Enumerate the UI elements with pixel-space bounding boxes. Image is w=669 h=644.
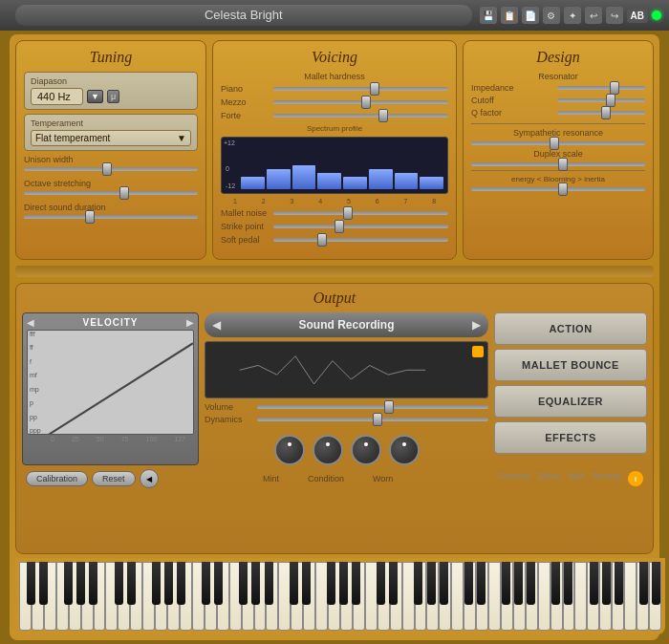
vel-arrow-left[interactable]: ◀: [27, 317, 34, 328]
piano-keys[interactable]: [19, 562, 661, 631]
cutoff-slider[interactable]: [557, 98, 645, 102]
mallet-noise-thumb[interactable]: [343, 206, 353, 220]
white-key[interactable]: [402, 562, 415, 631]
black-key[interactable]: [551, 562, 560, 605]
volume-slider[interactable]: [257, 405, 488, 409]
black-key[interactable]: [464, 562, 473, 605]
redo-icon[interactable]: ↪: [606, 7, 623, 24]
black-key[interactable]: [564, 562, 572, 605]
sympathetic-thumb[interactable]: [550, 137, 559, 150]
effects-button[interactable]: EFFECTS: [494, 421, 647, 454]
mezzo-thumb[interactable]: [361, 96, 371, 109]
black-key[interactable]: [327, 562, 335, 605]
vel-arrow-right[interactable]: ▶: [186, 317, 194, 328]
octave-slider[interactable]: [24, 191, 198, 195]
soft-pedal-thumb[interactable]: [317, 233, 327, 247]
knob-2[interactable]: [313, 435, 343, 465]
equalizer-button[interactable]: EQUALIZER: [494, 385, 647, 418]
blooming-slider[interactable]: [471, 187, 645, 191]
black-key[interactable]: [265, 562, 273, 605]
strike-point-thumb[interactable]: [334, 220, 344, 233]
white-key[interactable]: [488, 562, 501, 631]
dynamics-thumb[interactable]: [373, 413, 382, 426]
dynamics-slider[interactable]: [257, 418, 488, 421]
sound-arrow-left[interactable]: ◀: [212, 318, 221, 332]
save-icon[interactable]: 💾: [480, 7, 497, 24]
direct-sound-slider[interactable]: [24, 215, 198, 219]
black-key[interactable]: [440, 562, 448, 605]
knob-4[interactable]: [389, 435, 420, 465]
white-key[interactable]: [538, 562, 550, 631]
unison-thumb[interactable]: [102, 162, 112, 176]
black-key[interactable]: [377, 562, 385, 605]
sympathetic-slider[interactable]: [471, 141, 645, 145]
soft-pedal-slider[interactable]: [273, 238, 448, 242]
duplex-slider[interactable]: [471, 162, 645, 166]
black-key[interactable]: [89, 562, 97, 605]
temperament-select[interactable]: Flat temperament ▼: [31, 130, 191, 146]
reset-button[interactable]: Reset: [92, 471, 136, 486]
hz-dropdown[interactable]: ▼: [87, 90, 103, 103]
black-key[interactable]: [602, 562, 611, 605]
black-key[interactable]: [639, 562, 648, 605]
qfactor-slider[interactable]: [557, 111, 645, 115]
black-key[interactable]: [76, 562, 85, 605]
ab-button[interactable]: AB: [627, 9, 648, 23]
black-key[interactable]: [414, 562, 422, 605]
knob-3[interactable]: [351, 435, 381, 465]
black-key[interactable]: [64, 562, 73, 605]
black-key[interactable]: [302, 562, 311, 605]
black-key[interactable]: [152, 562, 161, 605]
black-key[interactable]: [164, 562, 173, 605]
black-key[interactable]: [202, 562, 210, 605]
impedance-slider[interactable]: [557, 86, 645, 90]
settings-icon[interactable]: ⚙: [543, 7, 560, 24]
action-button[interactable]: ACTION: [494, 312, 647, 345]
mallet-noise-slider[interactable]: [273, 211, 448, 215]
sound-arrow-right[interactable]: ▶: [472, 318, 481, 332]
black-key[interactable]: [127, 562, 136, 605]
knob-1[interactable]: [274, 435, 305, 465]
volume-thumb[interactable]: [384, 400, 394, 414]
forte-slider[interactable]: [273, 114, 448, 118]
black-key[interactable]: [514, 562, 523, 605]
mallet-bounce-button[interactable]: MALLET BOUNCE: [494, 349, 647, 381]
paste-icon[interactable]: 📄: [522, 7, 539, 24]
forte-thumb[interactable]: [378, 109, 388, 122]
star-icon[interactable]: ✦: [564, 7, 581, 24]
piano-slider[interactable]: [273, 87, 448, 91]
black-key[interactable]: [389, 562, 398, 605]
black-key[interactable]: [27, 562, 35, 605]
white-key[interactable]: [574, 562, 587, 631]
calibration-button[interactable]: Calibration: [26, 471, 88, 486]
preset-name[interactable]: Celesta Bright: [15, 5, 472, 26]
black-key[interactable]: [352, 562, 360, 605]
black-key[interactable]: [115, 562, 123, 605]
black-key[interactable]: [427, 562, 436, 605]
black-key[interactable]: [251, 562, 260, 605]
info-icon[interactable]: i: [628, 471, 643, 486]
undo-icon[interactable]: ↩: [585, 7, 602, 24]
strike-point-slider[interactable]: [273, 225, 448, 228]
black-key[interactable]: [339, 562, 348, 605]
black-key[interactable]: [477, 562, 486, 605]
white-key[interactable]: [624, 562, 637, 631]
black-key[interactable]: [290, 562, 298, 605]
black-key[interactable]: [652, 562, 660, 605]
piano-thumb[interactable]: [370, 82, 379, 96]
black-key[interactable]: [239, 562, 248, 605]
black-key[interactable]: [214, 562, 223, 605]
black-key[interactable]: [502, 562, 510, 605]
black-key[interactable]: [590, 562, 598, 605]
cutoff-thumb[interactable]: [606, 94, 615, 107]
octave-thumb[interactable]: [119, 186, 129, 200]
blooming-thumb[interactable]: [558, 182, 568, 196]
direct-sound-thumb[interactable]: [85, 210, 95, 224]
black-key[interactable]: [39, 562, 48, 605]
black-key[interactable]: [527, 562, 535, 605]
mu-button[interactable]: μ: [107, 90, 119, 103]
white-key[interactable]: [365, 562, 378, 631]
impedance-thumb[interactable]: [610, 81, 619, 95]
mezzo-slider[interactable]: [273, 100, 448, 104]
duplex-thumb[interactable]: [558, 158, 568, 171]
